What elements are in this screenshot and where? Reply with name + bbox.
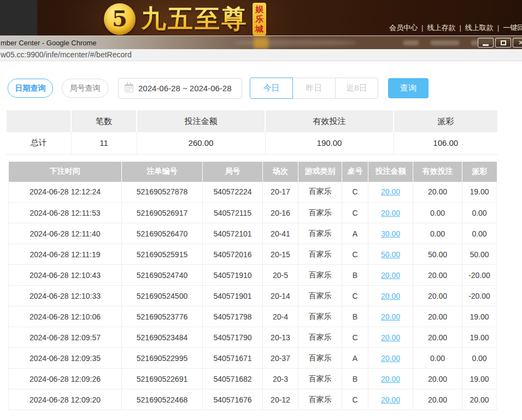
bet-table-header-cell: 场次	[263, 162, 298, 182]
bet-record-row: 2024-06-28 12:12:24521690527878540572224…	[9, 182, 497, 203]
bet-record-cell: 20-3	[263, 369, 298, 389]
bet-amount-link[interactable]: 50.00	[381, 250, 400, 259]
bet-record-cell: C	[342, 286, 368, 306]
bet-record-cell: 20.00	[462, 389, 497, 410]
logo-95-icon: 5	[104, 3, 136, 35]
bet-amount-link[interactable]: 30.00	[381, 229, 400, 238]
bet-record-cell: 20.00	[413, 286, 462, 306]
bet-record-cell: 20-4	[263, 306, 298, 327]
bet-record-cell: 540571790	[203, 327, 263, 348]
minimize-button[interactable]	[478, 38, 494, 48]
bet-record-cell: 百家乐	[298, 306, 342, 327]
bet-amount-link[interactable]: 20.00	[381, 271, 400, 280]
bet-record-cell: 540572115	[203, 203, 263, 223]
bet-record-cell: C	[342, 389, 368, 410]
bet-record-cell: 20.00	[368, 389, 413, 410]
logo-badge: 娱乐城	[253, 3, 266, 36]
bet-record-cell: 20-13	[263, 327, 298, 348]
close-icon: ✕	[518, 40, 522, 46]
bet-record-cell: 20-15	[263, 244, 298, 265]
nav-link[interactable]: 线上存款	[427, 23, 455, 32]
bet-record-row: 2024-06-28 12:10:43521690524740540571910…	[9, 265, 497, 286]
bet-record-cell: -20.00	[462, 265, 497, 286]
bet-amount-link[interactable]: 20.00	[381, 354, 400, 363]
bet-amount-link[interactable]: 20.00	[381, 395, 400, 404]
bet-record-cell: 0.00	[462, 223, 497, 244]
bet-record-cell: 540571671	[203, 348, 263, 369]
bet-record-cell: C	[342, 203, 368, 223]
bet-record-cell: 540571682	[203, 369, 263, 389]
bet-amount-link[interactable]: 20.00	[381, 187, 400, 196]
summary-count-value: 11	[71, 132, 137, 154]
date-range-input[interactable]: 2024-06-28 ~ 2024-06-28	[118, 78, 242, 99]
bet-amount-link[interactable]: 20.00	[381, 333, 400, 342]
yesterday-button[interactable]: 昨日	[292, 78, 336, 99]
bet-record-cell: 20.00	[413, 306, 462, 327]
bet-table-header-cell: 局号	[203, 162, 263, 182]
bet-record-cell: 540571798	[203, 306, 263, 327]
bet-record-cell: C	[342, 182, 368, 203]
maximize-button[interactable]	[495, 38, 511, 48]
bet-record-cell: C	[342, 244, 368, 265]
bet-amount-link[interactable]: 20.00	[381, 209, 400, 217]
bet-record-cell: 20.00	[368, 348, 413, 369]
redacted-user-info	[431, 40, 459, 45]
bet-record-cell: 521690526470	[122, 223, 203, 244]
bet-record-cell: 百家乐	[298, 223, 342, 244]
bet-record-row: 2024-06-28 12:09:20521690522468540571676…	[9, 389, 497, 410]
round-query-tab[interactable]: 局号查询	[62, 79, 108, 98]
bet-amount-link[interactable]: 20.00	[381, 312, 400, 321]
bet-record-cell: A	[342, 223, 368, 244]
header-dark-corner	[0, 0, 37, 37]
bet-table-body: 2024-06-28 12:12:24521690527878540572224…	[9, 182, 497, 410]
summary-header-count: 笔数	[71, 110, 137, 132]
summary-total-label: 总计	[7, 132, 71, 154]
filter-row: 日期查询 局号查询 2024-06-28 ~ 2024-06-28 今日 昨日 …	[8, 78, 522, 99]
bet-record-cell: 20.00	[368, 369, 413, 389]
close-button[interactable]: ✕	[513, 38, 522, 48]
site-logo: 5 九五至尊 娱乐城	[104, 2, 266, 36]
summary-bet-amount-value: 260.00	[137, 132, 265, 154]
summary-total-row: 总计 11 260.00 190.00 106.00	[7, 132, 497, 154]
bet-record-row: 2024-06-28 12:09:26521690522691540571682…	[9, 369, 497, 389]
bet-table-header-cell: 派彩	[462, 162, 497, 182]
bet-record-cell: 2024-06-28 12:10:06	[9, 306, 122, 327]
bet-table-header-cell: 游戏类别	[298, 162, 342, 182]
date-query-tab[interactable]: 日期查询	[8, 79, 53, 98]
glass-watermark	[234, 39, 357, 46]
nav-separator: |	[459, 23, 461, 32]
bet-record-row: 2024-06-28 12:11:19521690525915540572016…	[9, 244, 497, 265]
search-button[interactable]: 查询	[388, 78, 429, 98]
url-bar[interactable]: w05.cc:9900/infe/mcenter/#/betRecord	[0, 49, 522, 61]
chrome-titlebar[interactable]: mber Center - Google Chrome ✕	[0, 36, 522, 49]
bet-record-cell: 2024-06-28 12:10:43	[9, 265, 122, 286]
bet-record-cell: 0.00	[413, 348, 462, 369]
nav-separator: |	[497, 23, 499, 32]
bet-record-cell: B	[342, 306, 368, 327]
last-8-days-button[interactable]: 近8日	[335, 78, 378, 99]
bet-record-cell: 20.00	[413, 327, 462, 348]
today-button[interactable]: 今日	[250, 78, 293, 99]
nav-link[interactable]: 线上取款	[465, 23, 494, 32]
nav-link[interactable]: 会员中心	[389, 23, 418, 32]
bet-record-cell: -20.00	[462, 286, 497, 306]
logo-brand-text: 九五至尊	[141, 2, 248, 36]
bet-record-cell: 2024-06-28 12:11:53	[9, 203, 122, 223]
bet-table-header-cell: 下注时间	[9, 162, 122, 182]
bet-record-cell: 0.00	[462, 348, 497, 369]
bet-record-row: 2024-06-28 12:09:35521690522995540571671…	[9, 348, 497, 369]
bet-amount-link[interactable]: 20.00	[381, 375, 400, 383]
bet-record-cell: 百家乐	[298, 244, 342, 265]
bet-record-cell: 540571676	[203, 389, 263, 410]
bet-record-cell: 0.00	[413, 223, 462, 244]
nav-link[interactable]: 一键回收	[503, 23, 522, 32]
bet-record-cell: 50.00	[413, 244, 462, 265]
bet-record-cell: 540571910	[203, 265, 263, 286]
bet-record-table: 下注时间注单编号局号场次游戏类别桌号投注金额有效投注派彩 2024-06-28 …	[8, 162, 497, 411]
screen: 5 九五至尊 娱乐城 会员中心|线上存款|线上取款|一键回收 mber Cent…	[0, 0, 522, 420]
bet-record-cell: 20.00	[413, 182, 462, 203]
summary-valid-bet-value: 190.00	[265, 132, 394, 154]
bet-record-cell: 19.00	[462, 306, 497, 327]
bet-amount-link[interactable]: 20.00	[381, 292, 400, 300]
bet-record-cell: 540572101	[203, 223, 263, 244]
